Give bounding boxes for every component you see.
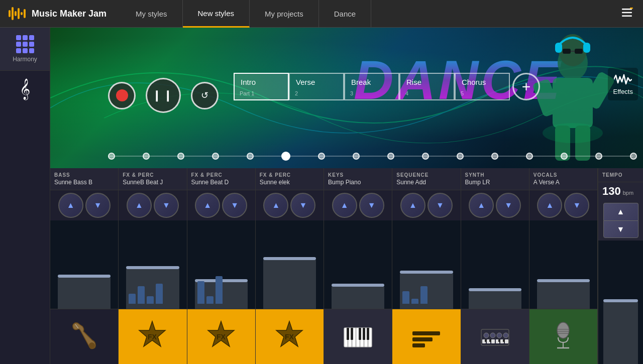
seq-instrument-button[interactable] (392, 309, 460, 364)
timeline-dot-15[interactable] (595, 153, 602, 160)
timeline-dot-12[interactable] (491, 153, 498, 160)
svg-rect-0 (9, 10, 11, 17)
channel-fader-seq[interactable] (392, 220, 460, 309)
svg-point-62 (557, 322, 569, 338)
keys-down-arrow[interactable] (359, 193, 384, 218)
transport-controls: ❙❙ ↺ (108, 78, 219, 113)
segment-intro[interactable]: Intro Part 1 (234, 73, 289, 100)
tab-dance[interactable]: Dance (319, 0, 371, 28)
fx2-down-arrow[interactable] (222, 193, 247, 218)
channel-type-fx2: FX & PERC (191, 172, 251, 178)
tab-new-styles[interactable]: New styles (183, 0, 250, 28)
channel-bass: BASS Sunne Bass B (50, 168, 119, 364)
synth-instrument-button[interactable] (461, 309, 529, 364)
loop-button[interactable]: ↺ (191, 82, 219, 109)
channel-arrows-seq (392, 190, 460, 220)
channel-synth: SYNTH Bump LR (461, 168, 529, 364)
vocals-down-arrow[interactable] (564, 193, 589, 218)
tempo-down-button[interactable]: ▼ (603, 220, 638, 238)
timeline-dot-2[interactable] (143, 153, 150, 160)
fx3-down-arrow[interactable] (290, 193, 315, 218)
segment-num-break: 3 (350, 90, 353, 96)
timeline-dot-11[interactable] (457, 153, 464, 160)
tempo-fader[interactable] (598, 240, 643, 364)
timeline-dot-14[interactable] (561, 153, 568, 160)
hero-section: DANCE (50, 28, 643, 168)
fx1-up-arrow[interactable] (127, 193, 152, 218)
channel-fader-bass[interactable] (50, 220, 118, 309)
bass-instrument-button[interactable] (50, 309, 118, 364)
add-segment-button[interactable]: + (512, 73, 540, 100)
harmony-grid-button[interactable]: Harmony (0, 28, 50, 71)
bass-up-arrow[interactable] (58, 193, 83, 218)
keys-instrument-button[interactable] (324, 309, 392, 364)
seq-down-arrow[interactable] (427, 193, 453, 218)
main-area: Harmony 𝄞 DANCE (0, 28, 643, 364)
down-icon (162, 201, 170, 210)
timeline-line (108, 156, 633, 157)
pause-button[interactable]: ❙❙ (146, 78, 181, 113)
fx2-up-arrow[interactable] (195, 193, 220, 218)
tempo-fader-indicator (603, 299, 638, 302)
svg-rect-3 (18, 8, 20, 19)
channel-fader-keys[interactable] (324, 220, 392, 309)
segment-chorus[interactable]: Chorus 5 (455, 73, 510, 100)
timeline-dot-4[interactable] (212, 153, 219, 160)
channel-fader-vocals[interactable] (529, 220, 597, 309)
fx1-instrument-button[interactable]: FX (119, 309, 186, 364)
top-navigation: Music Maker Jam My styles New styles My … (0, 0, 643, 28)
channel-fader-fx2[interactable] (187, 220, 255, 309)
seq-up-arrow[interactable] (400, 193, 425, 218)
timeline-dot-13[interactable] (526, 153, 533, 160)
segment-verse[interactable]: Verse 2 (289, 73, 344, 100)
fx-icon-3: FX (272, 319, 307, 354)
synth-down-arrow[interactable] (496, 193, 521, 218)
timeline-dot-3[interactable] (177, 153, 184, 160)
treble-clef-button[interactable]: 𝄞 (0, 71, 50, 107)
channel-fader-synth[interactable] (461, 220, 529, 309)
timeline-dot-5[interactable] (247, 153, 254, 160)
tab-my-projects[interactable]: My projects (250, 0, 319, 28)
timeline-dot-7[interactable] (318, 153, 325, 160)
timeline-dot-16[interactable] (630, 153, 637, 160)
tab-my-styles[interactable]: My styles (121, 0, 183, 28)
svg-rect-39 (347, 328, 349, 340)
fx3-up-arrow[interactable] (263, 193, 288, 218)
channel-arrows-keys (324, 190, 392, 220)
treble-clef-icon: 𝄞 (20, 78, 30, 99)
keys-up-arrow[interactable] (332, 193, 357, 218)
segment-rise[interactable]: Rise 4 (399, 73, 455, 100)
synth-up-arrow[interactable] (469, 193, 494, 218)
channel-type-seq: SEQUENCE (396, 172, 456, 178)
channel-type-bass: BASS (54, 172, 114, 178)
effects-button[interactable]: Effects (608, 68, 638, 100)
timeline-dot-1[interactable] (108, 153, 115, 160)
add-icon: + (522, 79, 531, 94)
record-button[interactable] (108, 82, 136, 109)
timeline-dot-9[interactable] (387, 153, 394, 160)
tempo-up-button[interactable]: ▲ (603, 203, 638, 220)
segment-break[interactable]: Break 3 (344, 73, 399, 100)
menu-icon[interactable] (611, 7, 643, 21)
down-icon (436, 201, 444, 210)
channel-fader-fx3[interactable] (256, 220, 324, 309)
svg-rect-46 (412, 343, 425, 347)
timeline-dot-10[interactable] (422, 153, 429, 160)
timeline-dot-6[interactable] (281, 152, 290, 161)
down-icon (231, 201, 239, 210)
svg-rect-58 (485, 339, 487, 342)
up-icon (409, 201, 417, 210)
channel-fader-fx1[interactable] (119, 220, 186, 309)
svg-text:FX: FX (285, 333, 294, 341)
channel-header-keys: KEYS Bump Piano (324, 168, 392, 190)
svg-rect-44 (412, 331, 440, 335)
tempo-section: TEMPO 130 bpm ▲ ▼ (598, 168, 643, 364)
fx2-instrument-button[interactable]: FX (187, 309, 255, 364)
fx3-instrument-button[interactable]: FX (256, 309, 324, 364)
vocals-instrument-button[interactable] (529, 309, 597, 364)
vocals-up-arrow[interactable] (537, 193, 562, 218)
bass-down-arrow[interactable] (85, 193, 111, 218)
channel-type-keys: KEYS (328, 172, 388, 178)
fx1-down-arrow[interactable] (154, 193, 179, 218)
timeline-dot-8[interactable] (353, 153, 360, 160)
